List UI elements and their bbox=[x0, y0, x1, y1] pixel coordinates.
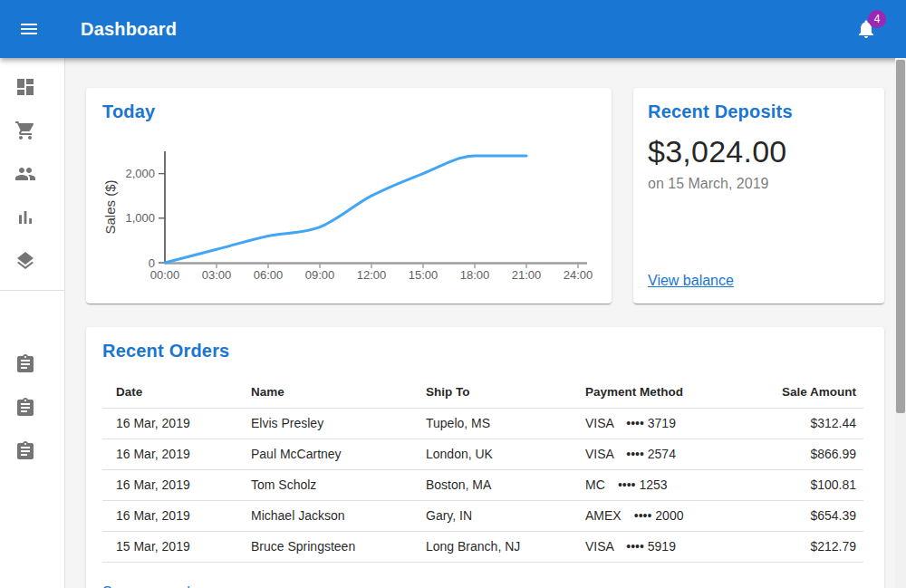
table-cell: 16 Mar, 2019 bbox=[102, 409, 237, 439]
table-cell: VISA ⠀•••• 5919 bbox=[572, 532, 769, 563]
view-balance-link[interactable]: View balance bbox=[648, 273, 734, 288]
table-row: 16 Mar, 2019Tom ScholzBoston, MAMC ⠀••••… bbox=[102, 470, 863, 501]
orders-header-row: DateNameShip ToPayment MethodSale Amount bbox=[102, 376, 863, 409]
table-cell: Gary, IN bbox=[412, 501, 572, 532]
svg-text:24:00: 24:00 bbox=[564, 268, 593, 282]
sidebar-item-assignment-2[interactable] bbox=[0, 386, 64, 429]
deposits-card-title: Recent Deposits bbox=[648, 102, 870, 120]
sales-line-chart: 00:0003:0006:0009:0012:0015:0018:0021:00… bbox=[100, 149, 607, 285]
notifications-button[interactable]: 4 bbox=[855, 18, 877, 40]
column-header-payment-method: Payment Method bbox=[572, 376, 769, 409]
bar-chart-icon bbox=[14, 207, 36, 228]
table-cell: $866.99 bbox=[769, 439, 863, 470]
orders-table-body: 16 Mar, 2019Elvis PresleyTupelo, MSVISA … bbox=[102, 409, 863, 563]
deposit-link-wrap: View balance bbox=[648, 273, 870, 289]
sidebar-main-list bbox=[0, 58, 64, 283]
orders-link-wrap: See more orders bbox=[102, 584, 868, 588]
app-bar: Dashboard 4 bbox=[0, 0, 906, 58]
table-cell: VISA ⠀•••• 3719 bbox=[572, 409, 769, 439]
table-cell: 15 Mar, 2019 bbox=[102, 532, 237, 563]
page-title: Dashboard bbox=[81, 19, 906, 40]
scrollbar-thumb[interactable] bbox=[896, 60, 905, 413]
sidebar-item-dashboard[interactable] bbox=[0, 65, 64, 109]
table-cell: AMEX ⠀•••• 2000 bbox=[572, 501, 769, 532]
deposit-amount: $3,024.00 bbox=[648, 133, 870, 169]
assignment-icon bbox=[14, 353, 36, 375]
sidebar-item-layers[interactable] bbox=[0, 239, 64, 283]
table-cell: $212.79 bbox=[769, 532, 863, 563]
column-header-sale-amount: Sale Amount bbox=[769, 376, 863, 409]
svg-text:Sales ($): Sales ($) bbox=[102, 179, 118, 234]
table-cell: Long Branch, NJ bbox=[412, 532, 572, 563]
deposits-card: Recent Deposits $3,024.00 on 15 March, 2… bbox=[633, 88, 884, 304]
table-cell: 16 Mar, 2019 bbox=[102, 470, 237, 501]
table-cell: $312.44 bbox=[769, 409, 863, 439]
svg-text:03:00: 03:00 bbox=[202, 268, 232, 282]
deposit-date: on 15 March, 2019 bbox=[648, 175, 870, 192]
table-cell: London, UK bbox=[412, 439, 572, 470]
see-more-orders-link[interactable]: See more orders bbox=[102, 584, 210, 588]
table-cell: Elvis Presley bbox=[237, 409, 412, 439]
svg-text:1,000: 1,000 bbox=[125, 211, 155, 225]
assignment-icon bbox=[14, 397, 36, 419]
sidebar-secondary-list bbox=[0, 291, 64, 473]
svg-text:18:00: 18:00 bbox=[460, 268, 490, 282]
table-cell: Michael Jackson bbox=[237, 501, 412, 532]
sidebar-item-people[interactable] bbox=[0, 152, 64, 196]
svg-text:00:00: 00:00 bbox=[150, 268, 180, 282]
people-icon bbox=[14, 163, 36, 185]
table-row: 15 Mar, 2019Bruce SpringsteenLong Branch… bbox=[102, 532, 863, 563]
sidebar bbox=[0, 58, 65, 588]
orders-card: Recent Orders DateNameShip ToPayment Met… bbox=[86, 327, 884, 588]
column-header-name: Name bbox=[237, 376, 412, 409]
notifications-badge: 4 bbox=[868, 10, 886, 28]
orders-table: DateNameShip ToPayment MethodSale Amount… bbox=[102, 376, 863, 563]
svg-text:21:00: 21:00 bbox=[512, 268, 542, 282]
today-card-title: Today bbox=[102, 102, 595, 120]
menu-button[interactable] bbox=[18, 18, 40, 40]
column-header-date: Date bbox=[102, 376, 237, 409]
orders-table-head: DateNameShip ToPayment MethodSale Amount bbox=[102, 376, 863, 409]
svg-text:2,000: 2,000 bbox=[125, 167, 155, 180]
svg-text:15:00: 15:00 bbox=[409, 268, 439, 282]
table-row: 16 Mar, 2019Michael JacksonGary, INAMEX … bbox=[102, 501, 863, 532]
table-row: 16 Mar, 2019Paul McCartneyLondon, UKVISA… bbox=[102, 439, 863, 470]
sidebar-item-assignment-1[interactable] bbox=[0, 342, 64, 386]
vertical-scrollbar[interactable] bbox=[895, 58, 906, 588]
shopping-cart-icon bbox=[14, 120, 36, 141]
svg-text:0: 0 bbox=[149, 256, 155, 270]
orders-card-title: Recent Orders bbox=[102, 342, 868, 360]
table-cell: Bruce Springsteen bbox=[237, 532, 412, 563]
menu-icon bbox=[18, 18, 40, 40]
table-cell: $100.81 bbox=[769, 470, 863, 501]
table-row: 16 Mar, 2019Elvis PresleyTupelo, MSVISA … bbox=[102, 409, 863, 439]
assignment-icon bbox=[14, 440, 36, 462]
table-cell: 16 Mar, 2019 bbox=[102, 439, 237, 470]
table-cell: $654.39 bbox=[769, 501, 863, 532]
table-cell: VISA ⠀•••• 2574 bbox=[572, 439, 769, 470]
table-cell: Tupelo, MS bbox=[412, 409, 572, 439]
today-card: Today 00:0003:0006:0009:0012:0015:0018:0… bbox=[86, 88, 612, 304]
sidebar-item-assignment-3[interactable] bbox=[0, 429, 64, 473]
table-cell: Paul McCartney bbox=[237, 439, 412, 470]
table-cell: MC ⠀•••• 1253 bbox=[572, 470, 769, 501]
svg-text:12:00: 12:00 bbox=[357, 268, 387, 282]
svg-text:09:00: 09:00 bbox=[305, 268, 335, 282]
dashboard-icon bbox=[14, 76, 36, 98]
table-cell: 16 Mar, 2019 bbox=[102, 501, 237, 532]
layers-icon bbox=[14, 250, 36, 272]
sidebar-item-bar-chart[interactable] bbox=[0, 196, 64, 239]
column-header-ship-to: Ship To bbox=[412, 376, 572, 409]
table-cell: Boston, MA bbox=[412, 470, 572, 501]
table-cell: Tom Scholz bbox=[237, 470, 412, 501]
sidebar-item-shopping-cart[interactable] bbox=[0, 109, 64, 152]
svg-text:06:00: 06:00 bbox=[254, 268, 284, 282]
